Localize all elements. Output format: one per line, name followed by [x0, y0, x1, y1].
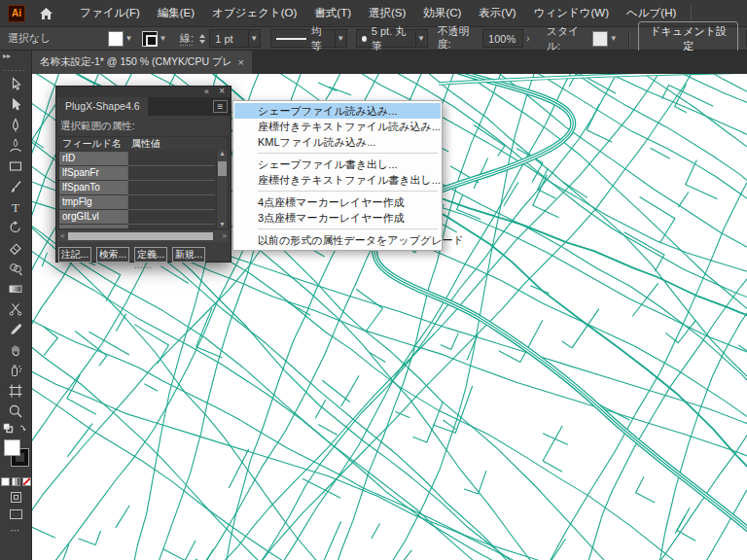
annotation-button[interactable]: 注記... — [58, 247, 91, 262]
home-icon[interactable] — [39, 7, 53, 20]
chevron-down-icon[interactable]: ▼ — [608, 34, 619, 43]
close-tab-icon[interactable]: × — [238, 56, 244, 68]
eyedropper-tool[interactable] — [0, 319, 32, 339]
menu-item-export-shapefile[interactable]: シェープファイル書き出し... — [234, 157, 441, 172]
menu-object[interactable]: オブジェクト(O) — [203, 0, 305, 26]
table-row-partial[interactable] — [59, 225, 215, 229]
new-button[interactable]: 新規... — [172, 247, 205, 262]
gradient-tool[interactable] — [0, 278, 32, 298]
field-value-cell[interactable] — [127, 166, 215, 181]
field-value-cell[interactable] — [127, 210, 215, 225]
fill-color-swatch[interactable] — [4, 439, 20, 456]
symbol-sprayer-tool[interactable] — [0, 360, 32, 380]
document-tab[interactable]: 名称未設定-1* @ 150 % (CMYK/CPU プレビュー) × — [32, 51, 252, 74]
chevron-right-icon[interactable]: › — [523, 33, 533, 44]
edit-toolbar-ellipsis[interactable]: ⋯ — [11, 525, 21, 536]
menu-item-3pt-marker-layer[interactable]: 3点座標マーカーレイヤー作成 — [234, 210, 441, 226]
type-tool[interactable]: T — [0, 196, 32, 217]
rotate-tool[interactable] — [0, 217, 32, 237]
opacity-label[interactable]: 不透明度: — [438, 25, 480, 52]
direct-selection-tool[interactable] — [0, 94, 32, 115]
hand-tool[interactable] — [0, 339, 32, 360]
table-row[interactable]: lfSpanTo — [59, 181, 215, 195]
field-name-cell[interactable]: orgGILvl — [59, 210, 127, 225]
style-swatch[interactable] — [592, 31, 608, 47]
pen-tool[interactable] — [0, 115, 32, 135]
menu-select[interactable]: 選択(S) — [360, 0, 414, 26]
none-button[interactable] — [22, 477, 31, 486]
rectangle-tool[interactable] — [0, 156, 32, 176]
vertical-scrollbar[interactable]: ▲ ▼ — [216, 150, 228, 228]
menu-file[interactable]: ファイル(F) — [71, 0, 149, 26]
close-panel-icon[interactable]: × — [219, 87, 225, 96]
field-value-cell[interactable] — [127, 181, 215, 195]
panel-tab-title[interactable]: PlugX-Shape4.6 — [56, 97, 148, 116]
table-row[interactable]: tmpFlg — [59, 195, 215, 210]
field-name-cell[interactable]: tmpFlg — [59, 195, 127, 210]
stroke-label[interactable]: 線: — [180, 32, 194, 46]
table-row[interactable]: rID — [59, 152, 215, 166]
style-control[interactable]: ▼ — [592, 31, 619, 47]
toolbar-header[interactable]: ▸▸ ······ — [0, 51, 32, 74]
menu-type[interactable]: 書式(T) — [305, 0, 360, 26]
scroll-up-icon[interactable]: ▲ — [219, 150, 226, 157]
panel-titlebar[interactable]: « × — [56, 87, 231, 97]
panel-flyout-menu-icon[interactable]: ≡ — [213, 100, 228, 113]
stroke-color-control[interactable]: ▼ — [142, 31, 168, 47]
fill-control[interactable]: ▼ — [108, 31, 134, 47]
expand-toolbar-icon[interactable]: ▸▸ — [3, 52, 31, 59]
illustrator-app-icon[interactable]: Ai — [8, 5, 25, 22]
eraser-tool[interactable] — [0, 237, 32, 258]
horizontal-scrollbar[interactable]: < > — [58, 230, 229, 242]
default-and-swap-swatches[interactable] — [0, 423, 32, 437]
curvature-tool[interactable] — [0, 135, 32, 156]
selection-tool[interactable] — [0, 74, 32, 94]
fill-stroke-indicator[interactable] — [0, 438, 32, 473]
scroll-down-icon[interactable]: ▼ — [219, 221, 226, 228]
artboard-tool[interactable] — [0, 380, 32, 401]
menu-item-import-kml[interactable]: KMLファイル読み込み... — [234, 134, 441, 150]
paintbrush-tool[interactable] — [0, 176, 32, 196]
field-name-cell[interactable]: rID — [59, 152, 127, 166]
field-name-cell[interactable]: lfSpanFr — [59, 166, 127, 181]
define-button[interactable]: 定義... — [134, 247, 167, 262]
table-row[interactable]: orgGILvl — [59, 210, 215, 225]
menu-window[interactable]: ウィンドウ(W) — [525, 0, 618, 26]
width-profile-dropdown[interactable]: 均等 ▼ — [270, 29, 347, 48]
color-button[interactable] — [1, 477, 10, 486]
vertical-scroll-thumb[interactable] — [218, 161, 227, 176]
drawing-mode-button[interactable] — [11, 492, 21, 503]
screen-mode-button[interactable] — [10, 509, 22, 519]
field-value-cell[interactable] — [127, 152, 215, 166]
chevron-down-icon[interactable]: ▼ — [124, 34, 134, 43]
stroke-width-stepper[interactable] — [198, 34, 206, 44]
zoom-tool[interactable] — [0, 401, 32, 421]
collapse-panel-icon[interactable]: « — [204, 87, 209, 96]
horizontal-scroll-thumb[interactable] — [68, 232, 213, 240]
chevron-down-icon[interactable]: ▼ — [158, 34, 168, 43]
menu-item-export-coord-text[interactable]: 座標付きテキストファイル書き出し... — [234, 172, 441, 188]
menu-view[interactable]: 表示(V) — [470, 0, 524, 26]
stroke-width-value: 1 pt — [215, 33, 232, 45]
search-button[interactable]: 検索... — [96, 247, 129, 262]
panel-resize-grip[interactable]: •••••• — [56, 264, 231, 270]
menu-item-import-shapefile[interactable]: シェープファイル読み込み... — [234, 103, 441, 119]
scroll-left-icon[interactable]: < — [60, 231, 65, 240]
fill-swatch[interactable] — [108, 31, 124, 47]
menu-item-import-coord-text[interactable]: 座標付きテキストファイル読み込み... — [234, 119, 441, 134]
scissors-tool[interactable] — [0, 298, 32, 319]
gradient-button[interactable] — [12, 477, 20, 486]
menu-edit[interactable]: 編集(E) — [149, 0, 203, 26]
field-name-cell[interactable]: lfSpanTo — [59, 181, 127, 195]
scroll-right-icon[interactable]: > — [222, 231, 227, 240]
menu-effect[interactable]: 効果(C) — [414, 0, 470, 26]
stroke-swatch[interactable] — [142, 31, 158, 47]
shape-builder-tool[interactable] — [0, 258, 32, 278]
opacity-field[interactable]: 100% — [482, 29, 523, 48]
menu-item-4pt-marker-layer[interactable]: 4点座標マーカーレイヤー作成 — [234, 194, 441, 210]
stroke-width-dropdown[interactable]: 1 pt ▼ — [209, 29, 261, 48]
menu-item-upgrade-attributes[interactable]: 以前の形式の属性データをアップグレード — [234, 232, 441, 248]
brush-dropdown[interactable]: 5 pt. 丸筆 ▼ — [356, 29, 428, 48]
field-value-cell[interactable] — [127, 195, 215, 210]
table-row[interactable]: lfSpanFr — [59, 166, 215, 181]
